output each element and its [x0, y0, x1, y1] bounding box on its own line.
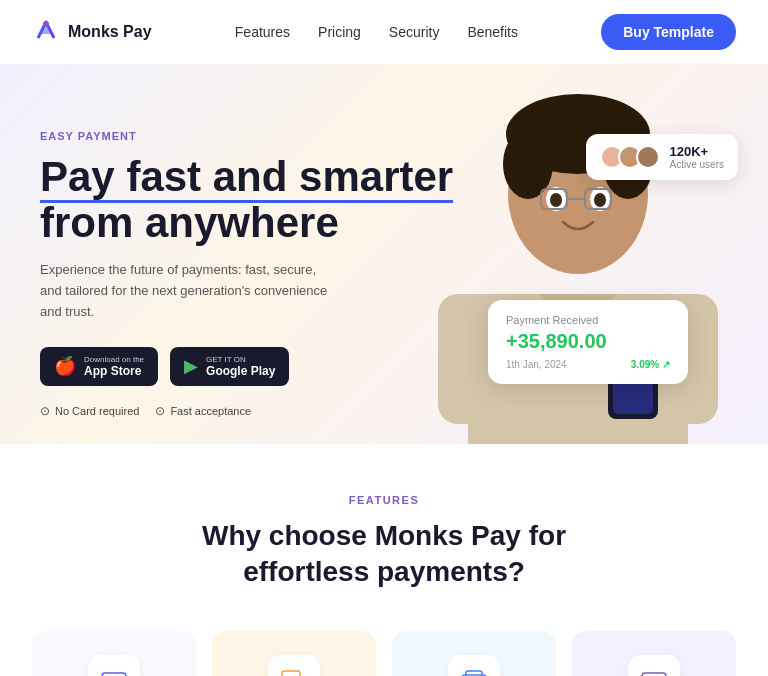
hero-subtitle: Experience the future of payments: fast,… [40, 260, 340, 322]
feature-digital-wallet: Digital wallet Store money securely and … [392, 631, 556, 676]
fast-text: Fast acceptance [170, 405, 251, 417]
svg-point-9 [594, 193, 606, 207]
features-title: Why choose Monks Pay for effortless paym… [184, 518, 584, 591]
secure-transactions-icon [640, 667, 668, 676]
users-count: 120K+ [670, 144, 724, 159]
google-play-text: GET IT ON Google Play [206, 355, 275, 378]
features-section: FEATURES Why choose Monks Pay for effort… [0, 444, 768, 676]
digital-wallet-icon-wrap [448, 655, 500, 676]
payment-pct: 3.09% ↗ [631, 359, 670, 370]
payment-card: Payment Received +35,890.00 1th Jan, 202… [488, 300, 688, 384]
google-play-name: Google Play [206, 364, 275, 378]
payment-amount: +35,890.00 [506, 330, 670, 353]
google-play-small: GET IT ON [206, 355, 275, 364]
nav-pricing[interactable]: Pricing [318, 24, 361, 40]
fast-acceptance-badge: ⊙ Fast acceptance [155, 404, 251, 418]
google-play-button[interactable]: ▶ GET IT ON Google Play [170, 347, 289, 386]
svg-rect-20 [282, 671, 300, 676]
payment-label: Payment Received [506, 314, 670, 326]
feature-secure-transactions: Secure transactions End-to-end encryptio… [572, 631, 736, 676]
hero-title-line2: from anywhere [40, 199, 339, 246]
app-store-button[interactable]: 🍎 Download on the App Store [40, 347, 158, 386]
avatars [600, 145, 660, 169]
feature-instant-payments: Instant payments Send money to friends o… [32, 631, 196, 676]
store-buttons: 🍎 Download on the App Store ▶ GET IT ON … [40, 347, 460, 386]
nav-security[interactable]: Security [389, 24, 440, 40]
svg-point-0 [43, 21, 49, 27]
active-users-card: 120K+ Active users [586, 134, 738, 180]
digital-wallet-icon [460, 667, 488, 676]
no-hidden-fees-icon-wrap [268, 655, 320, 676]
secure-transactions-icon-wrap [628, 655, 680, 676]
app-store-text: Download on the App Store [84, 355, 144, 378]
google-play-icon: ▶ [184, 355, 198, 377]
pct-value: 3.09% [631, 359, 659, 370]
buy-template-button[interactable]: Buy Template [601, 14, 736, 50]
nav-links: Features Pricing Security Benefits [235, 24, 518, 40]
apple-icon: 🍎 [54, 355, 76, 377]
check-circle-icon: ⊙ [40, 404, 50, 418]
hero-tag: EASY PAYMENT [40, 130, 460, 142]
logo-text: Monks Pay [68, 23, 152, 41]
instant-payments-icon-wrap [88, 655, 140, 676]
avatar-3 [636, 145, 660, 169]
check-circle-icon-2: ⊙ [155, 404, 165, 418]
users-label: Active users [670, 159, 724, 170]
navbar: Monks Pay Features Pricing Security Bene… [0, 0, 768, 64]
hero-content: EASY PAYMENT Pay fast and smarter from a… [40, 130, 460, 418]
instant-payments-icon [100, 667, 128, 676]
nav-features[interactable]: Features [235, 24, 290, 40]
svg-point-8 [550, 193, 562, 207]
logo-icon [32, 18, 60, 46]
feature-no-hidden-fees: No hidden fees Clear and simple pricing.… [212, 631, 376, 676]
no-card-text: No Card required [55, 405, 139, 417]
no-hidden-fees-icon [280, 667, 308, 676]
app-store-small: Download on the [84, 355, 144, 364]
hero-title-line1: Pay fast and smarter [40, 153, 453, 203]
users-info: 120K+ Active users [670, 144, 724, 170]
arrow-up-icon: ↗ [662, 359, 670, 370]
hero-badges: ⊙ No Card required ⊙ Fast acceptance [40, 404, 460, 418]
no-card-badge: ⊙ No Card required [40, 404, 139, 418]
nav-benefits[interactable]: Benefits [467, 24, 518, 40]
app-store-name: App Store [84, 364, 144, 378]
features-tag: FEATURES [32, 494, 736, 506]
hero-section: EASY PAYMENT Pay fast and smarter from a… [0, 64, 768, 444]
payment-date: 1th Jan, 2024 [506, 359, 567, 370]
features-grid: Instant payments Send money to friends o… [32, 631, 736, 676]
hero-title: Pay fast and smarter from anywhere [40, 154, 460, 246]
logo[interactable]: Monks Pay [32, 18, 152, 46]
payment-meta: 1th Jan, 2024 3.09% ↗ [506, 359, 670, 370]
